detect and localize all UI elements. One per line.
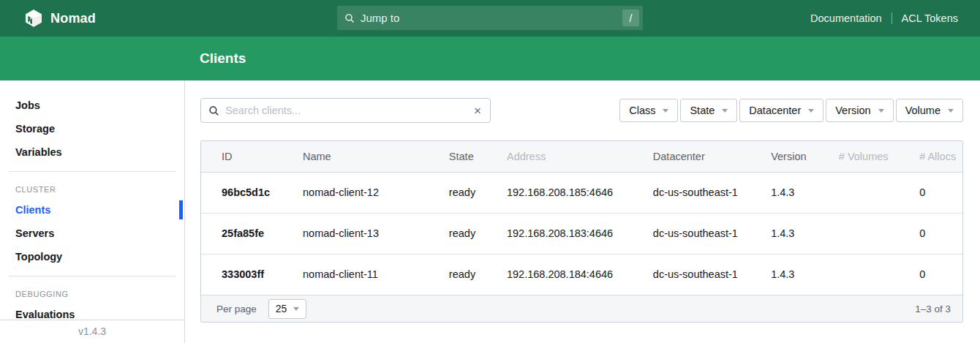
sidebar-item[interactable]: Variables <box>0 140 184 164</box>
chevron-down-icon <box>948 109 954 113</box>
cell-address: 192.168.208.183:4646 <box>498 213 644 254</box>
filter-label: Volume <box>905 105 941 116</box>
cell-state: ready <box>440 254 498 295</box>
sidebar-item-label[interactable]: Storage <box>15 123 55 135</box>
cell-volumes <box>830 254 911 295</box>
page-header: Clients <box>0 37 980 80</box>
nav-divider <box>892 12 892 24</box>
sidebar-item[interactable]: Jobs <box>0 94 184 117</box>
navbar-links: Documentation ACL Tokens <box>810 12 958 24</box>
slash-shortcut-badge: / <box>622 10 639 26</box>
filter-label: Datacenter <box>749 105 801 116</box>
page-title: Clients <box>200 50 246 67</box>
search-icon <box>344 13 355 23</box>
table-row[interactable]: 333003ff nomad-client-11 ready 192.168.2… <box>201 254 962 295</box>
cell-state: ready <box>440 172 498 213</box>
sidebar-item[interactable]: Storage <box>0 117 184 140</box>
version-label: v1.4.3 <box>78 325 106 337</box>
sidebar-item-label[interactable]: Servers <box>15 227 54 239</box>
documentation-link[interactable]: Documentation <box>810 12 882 24</box>
cell-datacenter: dc-us-southeast-1 <box>644 254 762 295</box>
filter-dropdown-button[interactable]: Datacenter <box>739 99 823 122</box>
cell-version: 1.4.3 <box>762 254 830 295</box>
chevron-down-icon <box>808 109 814 113</box>
jump-to-input[interactable] <box>355 12 622 24</box>
table-row[interactable]: 96bc5d1c nomad-client-12 ready 192.168.2… <box>201 172 962 213</box>
chevron-down-icon <box>878 109 884 113</box>
sidebar-divider <box>9 171 176 172</box>
cell-version: 1.4.3 <box>762 213 830 254</box>
per-page-value: 25 <box>276 303 287 314</box>
cell-volumes <box>830 172 911 213</box>
cell-address: 192.168.208.184:4646 <box>498 254 644 295</box>
cell-version: 1.4.3 <box>762 172 830 213</box>
chevron-down-icon <box>663 109 668 113</box>
column-header[interactable]: Address <box>498 141 644 172</box>
pagination-range: 1–3 of 3 <box>915 304 951 314</box>
column-header[interactable]: Version <box>762 141 830 172</box>
filter-label: Class <box>629 105 655 116</box>
brand-area: Nomad <box>24 9 96 28</box>
column-header[interactable]: ID <box>201 141 294 172</box>
nomad-logo-icon <box>24 9 43 28</box>
table-footer: Per page 25 1–3 of 3 <box>201 295 962 322</box>
top-navbar: Nomad / Documentation ACL Tokens <box>0 0 980 37</box>
column-header[interactable]: # Volumes <box>830 141 911 172</box>
sidebar-item-label[interactable]: Variables <box>15 146 62 158</box>
cell-datacenter: dc-us-southeast-1 <box>644 172 762 213</box>
client-search-input[interactable] <box>219 105 474 116</box>
clients-table: IDNameStateAddressDatacenterVersion# Vol… <box>201 141 962 295</box>
toolbar: × Class State Datacenter Version Volume <box>200 98 963 123</box>
column-header[interactable]: Name <box>294 141 440 172</box>
per-page-select[interactable]: 25 <box>268 299 307 319</box>
sidebar: Jobs Storage Variables CLUSTER Clients S… <box>0 80 185 343</box>
sidebar-section-label-cluster: CLUSTER <box>0 179 184 198</box>
filter-label: State <box>690 105 715 116</box>
cell-datacenter: dc-us-southeast-1 <box>644 213 762 254</box>
filter-label: Version <box>835 105 870 116</box>
table-row[interactable]: 25fa85fe nomad-client-13 ready 192.168.2… <box>201 213 962 254</box>
jump-to-search[interactable]: / <box>337 6 643 30</box>
filter-dropdown-button[interactable]: State <box>680 99 737 122</box>
filter-dropdown-button[interactable]: Version <box>826 99 893 122</box>
cell-allocs: 0 <box>911 213 962 254</box>
column-header[interactable]: Datacenter <box>644 141 762 172</box>
sidebar-item-label[interactable]: Clients <box>15 204 50 216</box>
client-search[interactable]: × <box>200 98 491 123</box>
chevron-down-icon <box>293 307 299 311</box>
sidebar-item-label[interactable]: Jobs <box>15 99 40 111</box>
chevron-down-icon <box>722 109 728 113</box>
sidebar-item[interactable]: Servers <box>0 222 184 245</box>
cell-allocs: 0 <box>911 172 962 213</box>
search-icon <box>208 105 219 116</box>
cell-id: 96bc5d1c <box>201 172 294 213</box>
sidebar-section-label-debugging: DEBUGGING <box>0 284 184 303</box>
cell-name: nomad-client-13 <box>294 213 440 254</box>
filter-dropdown-button[interactable]: Class <box>619 99 678 122</box>
sidebar-footer: v1.4.3 <box>0 320 184 343</box>
clients-table-card: IDNameStateAddressDatacenterVersion# Vol… <box>200 140 963 323</box>
cell-id: 333003ff <box>201 254 294 295</box>
acl-tokens-link[interactable]: ACL Tokens <box>902 12 958 24</box>
brand-title[interactable]: Nomad <box>50 11 96 26</box>
cell-id: 25fa85fe <box>201 213 294 254</box>
cell-state: ready <box>440 213 498 254</box>
sidebar-item-label[interactable]: Evaluations <box>15 309 75 320</box>
sidebar-divider <box>9 276 176 276</box>
cell-address: 192.168.208.185:4646 <box>498 172 644 213</box>
per-page-label: Per page <box>216 304 257 314</box>
filter-dropdown-button[interactable]: Volume <box>896 99 963 122</box>
column-header[interactable]: State <box>440 141 498 172</box>
cell-allocs: 0 <box>911 254 962 295</box>
sidebar-item[interactable]: Topology <box>0 245 184 268</box>
cell-name: nomad-client-12 <box>294 172 440 213</box>
cell-volumes <box>830 213 911 254</box>
main-content: × Class State Datacenter Version Volume <box>185 80 980 343</box>
sidebar-item[interactable]: Clients <box>0 198 184 222</box>
cell-name: nomad-client-11 <box>294 254 440 295</box>
column-header[interactable]: # Allocs <box>911 141 962 172</box>
clear-search-button[interactable]: × <box>474 105 481 117</box>
sidebar-item-label[interactable]: Topology <box>15 251 62 263</box>
